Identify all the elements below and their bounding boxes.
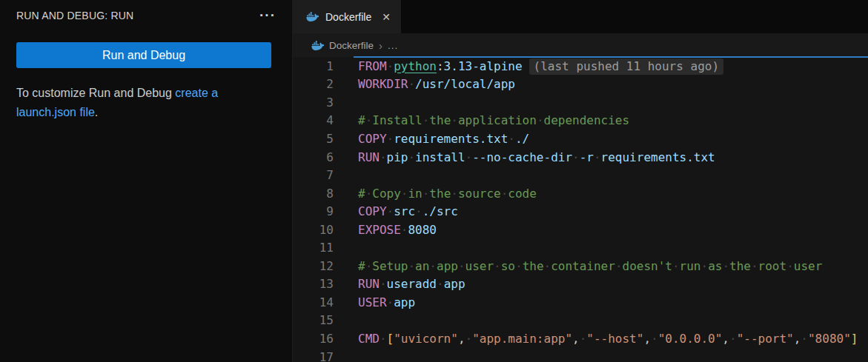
line-number: 2 <box>293 77 334 91</box>
code-token: "0.0.0.0" <box>658 332 723 346</box>
code-content: EXPOSE·8080 <box>334 223 437 237</box>
hint-suffix: . <box>95 106 98 118</box>
code-content: CMD·["uvicorn",·"app.main:app",·"--host"… <box>334 332 858 346</box>
tab-dockerfile[interactable]: Dockerfile ✕ <box>293 0 401 33</box>
line-number: 6 <box>293 150 334 164</box>
sidebar-title: RUN AND DEBUG: RUN <box>16 10 133 21</box>
line-number: 10 <box>293 223 334 237</box>
code-line[interactable]: 2WORKDIR·/usr/local/app <box>293 76 868 94</box>
line-number: 16 <box>293 332 334 346</box>
breadcrumb-symbol[interactable]: ... <box>388 40 398 51</box>
code-token: RUN· <box>358 277 387 291</box>
code-token[interactable]: python <box>394 59 437 73</box>
code-token: #·Copy·in·the·source·code <box>358 187 537 201</box>
code-line[interactable]: 13RUN·useradd·app <box>293 275 868 294</box>
line-number: 9 <box>293 204 334 218</box>
inline-hint: (last pushed 11 hours ago) <box>529 58 723 75</box>
code-token: app <box>394 295 415 309</box>
code-token: pip·install·--no-cache-dir·-r·requiremen… <box>387 150 715 164</box>
code-content: RUN·useradd·app <box>334 277 466 291</box>
code-token: 3.13-alpine <box>444 59 523 73</box>
code-token: : <box>437 59 444 73</box>
code-token: COPY· <box>358 132 394 146</box>
line-number: 11 <box>293 241 334 255</box>
more-actions-icon[interactable]: ··· <box>258 10 277 21</box>
line-number: 7 <box>293 168 334 182</box>
editor-accent-line <box>354 56 868 58</box>
docker-icon <box>311 39 324 52</box>
code-content: WORKDIR·/usr/local/app <box>334 77 515 91</box>
code-token: useradd·app <box>387 277 466 291</box>
hint-pre-text: To customize Run and Debug <box>16 87 175 99</box>
code-line[interactable]: 8#·Copy·in·the·source·code <box>293 184 868 203</box>
code-line[interactable]: 4#·Install·the·application·dependencies <box>293 112 868 130</box>
code-token: /usr/local/app <box>415 77 515 91</box>
close-tab-icon[interactable]: ✕ <box>382 11 391 23</box>
code-content: #·Install·the·application·dependencies <box>334 113 629 127</box>
code-line[interactable]: 5COPY·requirements.txt·./ <box>293 130 868 148</box>
editor-group: Dockerfile ✕ Dockerfile › ... 1FROM·pyth… <box>293 0 868 362</box>
line-number: 5 <box>293 132 334 146</box>
code-token: "--port" <box>737 332 794 346</box>
code-token: ,· <box>643 332 657 346</box>
code-token: #·Setup·an·app·user·so·the·container·doe… <box>358 259 822 273</box>
code-token: CMD· <box>358 332 387 346</box>
code-content: FROM·python:3.13-alpine(last pushed 11 h… <box>334 59 723 73</box>
tab-bar: Dockerfile ✕ <box>293 0 868 33</box>
code-token: ,· <box>794 332 808 346</box>
line-number: 13 <box>293 277 334 291</box>
code-token: ,· <box>572 332 586 346</box>
line-number: 1 <box>293 59 334 73</box>
code-token: RUN· <box>358 150 387 164</box>
breadcrumb-file[interactable]: Dockerfile <box>329 40 374 51</box>
code-content: USER·app <box>334 295 415 309</box>
code-token: EXPOSE· <box>358 223 408 237</box>
code-line[interactable]: 9COPY·src·./src <box>293 202 868 221</box>
run-debug-sidebar: RUN AND DEBUG: RUN ··· Run and Debug To … <box>0 0 293 362</box>
code-line[interactable]: 14USER·app <box>293 293 868 312</box>
vscode-window: RUN AND DEBUG: RUN ··· Run and Debug To … <box>0 0 868 362</box>
code-line[interactable]: 15 <box>293 312 868 330</box>
code-lines: 1FROM·python:3.13-alpine(last pushed 11 … <box>293 57 868 362</box>
code-line[interactable]: 11 <box>293 238 868 257</box>
line-number: 17 <box>293 350 334 362</box>
sidebar-header: RUN AND DEBUG: RUN ··· <box>0 0 292 21</box>
code-content: RUN·pip·install·--no-cache-dir·-r·requir… <box>334 150 715 164</box>
breadcrumbs: Dockerfile › ... <box>293 33 868 57</box>
code-line[interactable]: 7 <box>293 166 868 184</box>
code-token: requirements.txt·./ <box>394 132 529 146</box>
code-content: #·Copy·in·the·source·code <box>334 187 537 201</box>
launch-json-file-link[interactable]: launch.json file <box>16 106 95 118</box>
docker-icon <box>306 10 319 23</box>
code-token: "--host" <box>586 332 643 346</box>
line-number: 4 <box>293 113 334 127</box>
code-line[interactable]: 10EXPOSE·8080 <box>293 221 868 239</box>
code-content: COPY·requirements.txt·./ <box>334 132 529 146</box>
code-line[interactable]: 3 <box>293 93 868 112</box>
chevron-right-icon: › <box>379 39 382 52</box>
code-line[interactable]: 6RUN·pip·install·--no-cache-dir·-r·requi… <box>293 148 868 167</box>
code-token: COPY· <box>358 204 394 218</box>
code-token: "8080" <box>808 332 851 346</box>
code-token: ,· <box>722 332 736 346</box>
create-a-link[interactable]: create a <box>175 87 218 99</box>
line-number: 3 <box>293 95 334 110</box>
run-and-debug-button[interactable]: Run and Debug <box>16 42 271 68</box>
code-line[interactable]: 12#·Setup·an·app·user·so·the·container·d… <box>293 257 868 275</box>
code-line[interactable]: 1FROM·python:3.13-alpine(last pushed 11 … <box>293 57 868 76</box>
code-line[interactable]: 17 <box>293 348 868 362</box>
code-token: "uvicorn" <box>394 332 458 346</box>
code-token: src·./src <box>394 204 458 218</box>
code-token: WORKDIR· <box>358 77 415 91</box>
code-token: ] <box>851 332 858 346</box>
code-content: #·Setup·an·app·user·so·the·container·doe… <box>334 259 822 273</box>
code-token: #·Install·the·application·dependencies <box>358 113 629 127</box>
line-number: 8 <box>293 187 334 201</box>
code-token: [ <box>387 332 394 346</box>
code-token: ,· <box>458 332 472 346</box>
line-number: 15 <box>293 313 334 327</box>
code-token: "app.main:app" <box>472 332 572 346</box>
code-content: COPY·src·./src <box>334 204 458 218</box>
code-line[interactable]: 16CMD·["uvicorn",·"app.main:app",·"--hos… <box>293 329 868 348</box>
code-editor[interactable]: 1FROM·python:3.13-alpine(last pushed 11 … <box>293 57 868 362</box>
